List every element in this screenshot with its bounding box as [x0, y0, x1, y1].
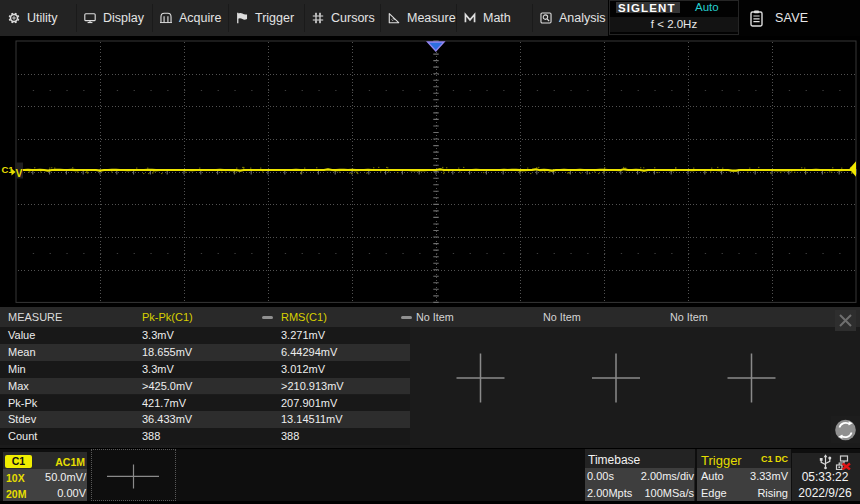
svg-text:V: V [16, 167, 23, 179]
